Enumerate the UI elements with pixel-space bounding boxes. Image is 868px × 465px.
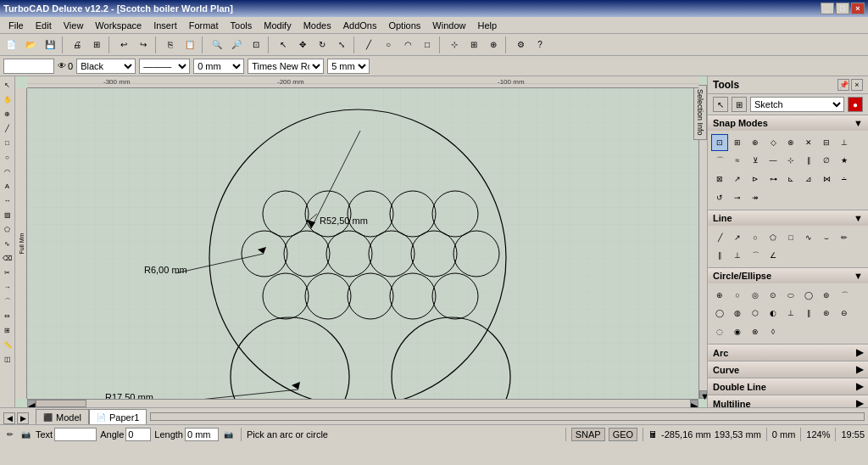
paste-button[interactable]: 📋 [181, 36, 199, 54]
lt-rect-tool[interactable]: □ [1, 136, 14, 149]
line-par[interactable]: ∥ [711, 247, 728, 264]
circle-collapse[interactable]: ▼ [854, 271, 863, 281]
circle-perp[interactable]: ⊥ [782, 305, 799, 322]
ellipse-3pt[interactable]: ◯ [800, 287, 817, 304]
circle-h2[interactable]: ◉ [729, 323, 746, 340]
preview-button[interactable]: ⊞ [87, 36, 106, 54]
snap-midpoint[interactable]: ⊞ [729, 134, 746, 151]
line-rect[interactable]: □ [782, 229, 799, 246]
circle-tan[interactable]: ⌒ [836, 287, 853, 304]
snap-s7[interactable]: ⋈ [818, 171, 835, 188]
line-freehand[interactable]: ✏ [836, 229, 853, 246]
arc-collapse[interactable]: ▶ [856, 347, 863, 358]
select-button[interactable]: ↖ [274, 36, 292, 54]
canvas-area[interactable]: R52,50 mm R6,00 mm R17,50 mm [27, 88, 698, 399]
zoom-tool[interactable]: ⊕ [1, 107, 14, 120]
hscroll-right[interactable]: ▶ [690, 400, 698, 407]
hscroll-thumb[interactable] [36, 400, 86, 407]
save-button[interactable]: 💾 [41, 36, 59, 54]
snap-parallel[interactable]: ∥ [800, 152, 817, 169]
new-button[interactable]: 📄 [2, 36, 20, 54]
titlebar-buttons[interactable]: _ □ × [821, 3, 865, 14]
maximize-button[interactable]: □ [836, 3, 849, 14]
line-straight[interactable]: ╱ [711, 229, 728, 246]
ellipse-center[interactable]: ⬭ [782, 287, 799, 304]
snap-s1[interactable]: ⊠ [711, 171, 728, 188]
dimension-select[interactable]: 0 mm [193, 59, 244, 74]
lt-fillet-tool[interactable]: ⌒ [1, 294, 14, 308]
copy-button[interactable]: ⎘ [161, 36, 180, 54]
ellipse-dia[interactable]: ⊚ [818, 287, 835, 304]
snap-t3[interactable]: ↠ [747, 189, 764, 206]
menu-modify[interactable]: Modify [259, 19, 296, 32]
menu-format[interactable]: Format [184, 19, 224, 32]
vscroll-down[interactable]: ▼ [699, 390, 707, 399]
snap-custom[interactable]: ★ [836, 152, 853, 169]
ellipse-arc[interactable]: ◐ [765, 305, 782, 322]
snap-ext[interactable]: — [765, 152, 782, 169]
grid-button[interactable]: ⊞ [465, 36, 483, 54]
circle-donut[interactable]: ◯ [711, 305, 728, 322]
drawing-area[interactable]: -300 mm -200 mm -100 mm Full Mm [15, 76, 707, 407]
snap-none[interactable]: ∅ [818, 152, 835, 169]
hscroll-left[interactable]: ◀ [27, 400, 36, 407]
snap-tan[interactable]: ⌒ [711, 152, 728, 169]
tab-paper1[interactable]: 📄 Paper1 [89, 409, 147, 424]
lt-arc-tool[interactable]: ◠ [1, 165, 14, 178]
curve-collapse[interactable]: ▶ [856, 364, 863, 375]
snap-grid[interactable]: ⊹ [782, 152, 799, 169]
length-input[interactable] [185, 428, 219, 441]
menu-file[interactable]: File [3, 19, 29, 32]
snap-s4[interactable]: ⊶ [765, 171, 782, 188]
fontsize-select[interactable]: 5 mm [327, 59, 370, 74]
snap-modes-collapse[interactable]: ▼ [854, 118, 863, 128]
pan-tool[interactable]: ✋ [1, 92, 14, 106]
hscrollbar[interactable]: ◀ ▶ [27, 399, 698, 407]
line-2pt[interactable]: ↗ [729, 229, 746, 246]
snap-t2[interactable]: ⊸ [729, 189, 746, 206]
layer-input[interactable] [3, 59, 54, 74]
circle-inscribe[interactable]: ⬡ [747, 305, 764, 322]
circle-h3[interactable]: ⊗ [747, 323, 764, 340]
menu-insert[interactable]: Insert [148, 19, 182, 32]
sketch-icon1[interactable]: ↖ [713, 97, 728, 112]
tab-scroll-right[interactable]: ▶ [17, 412, 29, 424]
open-button[interactable]: 📂 [21, 36, 40, 54]
lt-dim-tool[interactable]: ↔ [1, 193, 14, 207]
lt-trim-tool[interactable]: ✂ [1, 266, 14, 279]
circle-rad[interactable]: ◍ [729, 305, 746, 322]
tab-scroll-left[interactable]: ◀ [3, 412, 15, 424]
menu-modes[interactable]: Modes [298, 19, 337, 32]
snap-app-int[interactable]: ⊻ [747, 152, 764, 169]
menu-window[interactable]: Window [427, 19, 470, 32]
circle-3pt[interactable]: ○ [729, 287, 746, 304]
status-tool-btn2[interactable]: 📷 [19, 428, 32, 441]
curve-header[interactable]: Curve ▶ [708, 361, 868, 378]
tab-model[interactable]: ⬛ Model [36, 409, 89, 424]
camera-btn[interactable]: 📷 [222, 428, 236, 441]
text-input[interactable] [54, 428, 97, 441]
multiline-header[interactable]: Multiline ▶ [708, 395, 868, 407]
bottom-scrollbar[interactable] [150, 412, 865, 421]
menu-addons[interactable]: AddOns [338, 19, 382, 32]
lt-text-tool[interactable]: A [1, 179, 14, 193]
snap-button[interactable]: ⊹ [445, 36, 464, 54]
zoom-out-button[interactable]: 🔎 [227, 36, 246, 54]
line-poly[interactable]: ⬠ [765, 229, 782, 246]
line-spline[interactable]: ∿ [800, 229, 817, 246]
move-button[interactable]: ✥ [293, 36, 312, 54]
line-collapse[interactable]: ▼ [854, 213, 863, 223]
circle-h1[interactable]: ◌ [711, 323, 728, 340]
snap-s2[interactable]: ↗ [729, 171, 746, 188]
print-button[interactable]: 🖨 [68, 36, 86, 54]
line-tan[interactable]: ⌒ [747, 247, 764, 264]
minimize-button[interactable]: _ [821, 3, 834, 14]
angle-input[interactable] [125, 428, 151, 441]
lt-mirror-tool[interactable]: ⇔ [1, 309, 14, 322]
circle-ex1[interactable]: ⊛ [818, 305, 835, 322]
arc-button[interactable]: ◠ [398, 36, 417, 54]
help-icon-button[interactable]: ? [531, 36, 549, 54]
snap-intersection[interactable]: ✕ [800, 134, 817, 151]
tools-pin-button[interactable]: 📌 [837, 79, 849, 91]
snap-center[interactable]: ⊕ [747, 134, 764, 151]
